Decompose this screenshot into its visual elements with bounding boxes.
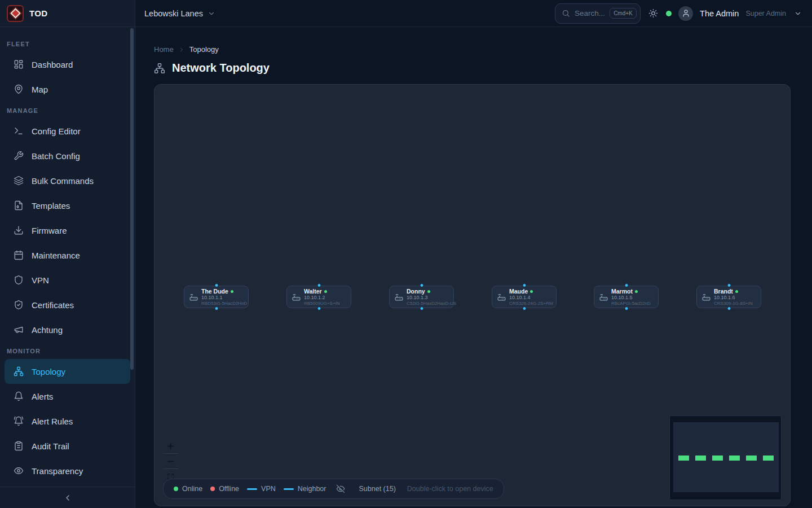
avatar[interactable] (678, 6, 693, 21)
page-content: Home Topology Network Topology (135, 27, 812, 508)
sidebar-item-label: Bulk Commands (32, 176, 94, 186)
sidebar-item-config-editor[interactable]: Config Editor (5, 119, 130, 143)
online-status-dot (231, 290, 233, 293)
sidebar-item-audit-trail[interactable]: Audit Trail (5, 433, 130, 458)
online-dot (174, 487, 178, 491)
calendar-icon (14, 250, 24, 260)
router-icon (189, 292, 198, 302)
sidebar-item-alerts[interactable]: Alerts (5, 384, 130, 409)
minimap-node (729, 456, 740, 461)
user-name: The Admin (700, 9, 739, 18)
node-handle[interactable] (214, 283, 218, 287)
sidebar-item-dashboard[interactable]: Dashboard (5, 52, 130, 77)
minimap-node (746, 456, 757, 461)
node-handle[interactable] (522, 306, 526, 310)
node-ip: 10.10.1.6 (714, 295, 753, 300)
sidebar-item-firmware[interactable]: Firmware (5, 218, 130, 243)
node-name: Marmot (611, 288, 633, 295)
sidebar-item-label: Firmware (32, 226, 67, 235)
sidebar-item-achtung[interactable]: Achtung (5, 317, 130, 342)
zoom-in-button[interactable] (163, 439, 178, 454)
minimap[interactable] (669, 415, 782, 500)
eye-off-icon (336, 484, 345, 493)
shield-check-icon (14, 300, 24, 310)
sidebar-item-bulk-commands[interactable]: Bulk Commands (5, 168, 130, 193)
sidebar-scrollbar[interactable] (130, 28, 134, 370)
router-icon (701, 292, 711, 302)
sidebar-item-label: Achtung (32, 325, 63, 335)
node-handle[interactable] (727, 283, 731, 287)
sidebar-item-map[interactable]: Map (5, 77, 130, 102)
rug-logo-icon (7, 5, 24, 22)
node-model: C52iG-5HaxD2HaxD-US (407, 301, 449, 306)
sidebar-item-batch-config[interactable]: Batch Config (5, 143, 130, 168)
eye-icon (14, 466, 24, 476)
sidebar-item-label: Maintenance (32, 251, 80, 260)
device-node-walter[interactable]: Walter 10.10.1.2 RB5009UG+S+IN (286, 286, 351, 308)
org-switcher[interactable]: Lebowski Lanes (144, 9, 215, 18)
node-handle[interactable] (214, 306, 218, 310)
node-handle[interactable] (420, 283, 423, 287)
sidebar-section-fleet: FLEET (5, 35, 130, 52)
sidebar-item-label: Alert Rules (32, 417, 73, 426)
online-status-dot (324, 290, 327, 293)
router-icon (292, 292, 301, 302)
sitemap-icon (154, 63, 165, 74)
sitemap-icon (14, 366, 24, 376)
search-icon (562, 9, 570, 17)
sidebar-item-maintenance[interactable]: Maintenance (5, 243, 130, 268)
sidebar-item-topology[interactable]: Topology (5, 359, 130, 384)
online-status-dot (427, 290, 430, 293)
sidebar-item-templates[interactable]: Templates (5, 193, 130, 218)
router-icon (599, 292, 608, 302)
sidebar-item-label: Transparency (32, 466, 83, 476)
search-input[interactable]: Search... Cmd+K (555, 3, 641, 24)
node-ip: 10.10.1.4 (509, 295, 551, 300)
legend-vpn: VPN (247, 485, 276, 493)
shield-icon (14, 275, 24, 285)
device-node-maude[interactable]: Maude 10.10.1.4 CRS326-24G-2S+RM (492, 286, 557, 308)
user-menu-button[interactable] (793, 8, 803, 19)
node-handle[interactable] (522, 283, 526, 287)
legend-neighbor: Neighbor (284, 485, 326, 493)
node-handle[interactable] (727, 306, 731, 310)
zoom-out-button[interactable] (163, 454, 178, 469)
sidebar: TOD FLEET Dashboard Map MANAGE (0, 0, 135, 508)
chevron-left-icon (63, 493, 72, 502)
sidebar-item-alert-rules[interactable]: Alert Rules (5, 409, 130, 433)
device-node-marmot[interactable]: Marmot 10.10.1.5 RBcAPGi-5acD2nD (594, 286, 659, 308)
sidebar-item-certificates[interactable]: Certificates (5, 292, 130, 317)
main-column: Lebowski Lanes Search... Cmd+K (135, 0, 812, 508)
device-node-donny[interactable]: Donny 10.10.1.3 C52iG-5HaxD2HaxD-US (389, 286, 454, 308)
layers-icon (14, 176, 24, 186)
app-root: TOD FLEET Dashboard Map MANAGE (0, 0, 812, 508)
node-name: Maude (509, 288, 528, 295)
device-node-the-dude[interactable]: The Dude 10.10.1.1 RBD53iG-5HacD2HnD (184, 286, 249, 308)
minimap-node (763, 456, 774, 461)
map-pin-icon (14, 84, 24, 94)
node-model: CRS309-1G-8S+IN (714, 301, 753, 306)
offline-dot (210, 487, 215, 491)
breadcrumb-home-link[interactable]: Home (154, 45, 174, 54)
node-handle[interactable] (624, 306, 628, 310)
node-handle[interactable] (420, 306, 423, 310)
topology-canvas[interactable]: The Dude 10.10.1.1 RBD53iG-5HacD2HnD Wal… (154, 84, 791, 506)
sidebar-item-label: Dashboard (32, 60, 73, 69)
plus-icon (166, 442, 175, 450)
neighbor-line-swatch (284, 488, 294, 490)
online-status-dot (635, 290, 638, 293)
sidebar-collapse-button[interactable] (0, 487, 135, 508)
node-handle[interactable] (317, 283, 321, 287)
node-handle[interactable] (317, 306, 321, 310)
device-node-brandt[interactable]: Brandt 10.10.1.6 CRS309-1G-8S+IN (696, 286, 761, 308)
minimap-node (712, 456, 723, 461)
theme-toggle-button[interactable] (647, 7, 659, 19)
page-title-row: Network Topology (154, 62, 812, 75)
node-handle[interactable] (624, 283, 628, 287)
subnet-visibility-toggle[interactable] (336, 484, 345, 493)
node-ip: 10.10.1.2 (304, 295, 340, 300)
router-icon (394, 292, 404, 302)
sidebar-item-transparency[interactable]: Transparency (5, 458, 130, 483)
sidebar-item-label: Certificates (32, 300, 74, 310)
sidebar-item-vpn[interactable]: VPN (5, 268, 130, 292)
